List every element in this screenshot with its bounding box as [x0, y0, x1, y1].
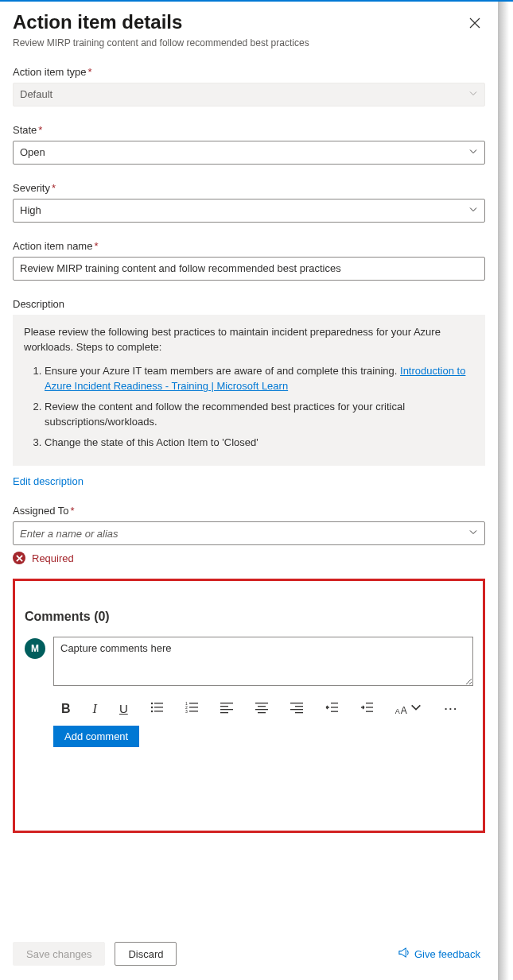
underline-button[interactable]: U	[118, 700, 130, 717]
outdent-icon	[325, 701, 338, 716]
svg-rect-26	[331, 711, 338, 712]
close-button[interactable]	[464, 13, 485, 36]
chevron-down-icon	[468, 528, 478, 540]
give-feedback-label: Give feedback	[414, 948, 480, 960]
panel-title: Action item details	[13, 11, 464, 34]
input-action-item-name[interactable]: Review MIRP training content and follow …	[13, 257, 485, 281]
description-step-2: Review the content and follow the recomm…	[45, 399, 474, 430]
discard-button[interactable]: Discard	[115, 942, 177, 966]
input-action-item-name-value: Review MIRP training content and follow …	[20, 262, 341, 274]
svg-rect-7	[189, 703, 198, 703]
align-right-icon	[290, 701, 303, 716]
chevron-down-icon	[468, 88, 478, 100]
error-assigned-to: Required	[13, 552, 485, 564]
align-right-button[interactable]	[289, 699, 305, 718]
panel-footer: Save changes Discard Give feedback	[13, 942, 485, 966]
required-marker: *	[52, 182, 56, 194]
align-center-button[interactable]	[254, 699, 270, 718]
label-action-item-name: Action item name*	[13, 240, 485, 252]
svg-rect-28	[366, 707, 373, 708]
indent-icon	[360, 701, 373, 716]
description-intro: Please review the following best practic…	[24, 324, 474, 355]
description-step-3: Change the state of this Action Item to …	[45, 435, 474, 451]
avatar: M	[25, 638, 45, 659]
svg-rect-24	[331, 703, 338, 703]
svg-point-2	[151, 707, 153, 708]
add-comment-button[interactable]: Add comment	[53, 726, 139, 747]
underline-icon: U	[119, 702, 128, 715]
input-assigned-to[interactable]: Enter a name or alias	[13, 521, 485, 545]
svg-rect-25	[331, 707, 338, 708]
label-assigned-to: Assigned To*	[13, 505, 485, 517]
svg-rect-23	[295, 712, 303, 713]
svg-rect-15	[220, 712, 228, 713]
svg-rect-12	[220, 703, 233, 703]
comment-input[interactable]	[53, 637, 473, 686]
italic-button[interactable]: I	[91, 700, 99, 718]
field-state: State* Open	[13, 124, 485, 165]
svg-rect-27	[366, 703, 373, 703]
select-action-item-type: Default	[13, 83, 485, 107]
svg-rect-19	[258, 712, 266, 713]
select-severity[interactable]: High	[13, 199, 485, 223]
label-description: Description	[13, 298, 485, 310]
field-severity: Severity* High	[13, 182, 485, 223]
more-icon: ···	[445, 703, 458, 715]
more-options-button[interactable]: ···	[443, 701, 460, 716]
comments-section: Comments (0) M B I U 123	[13, 579, 485, 833]
description-content: Please review the following best practic…	[13, 315, 485, 467]
description-step-1: Ensure your Azure IT team members are aw…	[45, 363, 474, 394]
italic-icon: I	[93, 702, 97, 716]
svg-rect-13	[220, 706, 228, 707]
label-severity: Severity*	[13, 182, 485, 194]
svg-rect-18	[255, 709, 268, 710]
field-description: Description Please review the following …	[13, 298, 485, 488]
bold-button[interactable]: B	[60, 700, 72, 718]
panel-header: Action item details Review MIRP training…	[13, 2, 485, 48]
close-icon	[469, 19, 480, 31]
numbered-list-icon: 123	[185, 701, 198, 716]
svg-point-0	[151, 703, 153, 704]
svg-rect-17	[258, 706, 266, 707]
svg-rect-5	[154, 711, 163, 711]
select-state-value: Open	[20, 146, 45, 158]
select-action-item-type-value: Default	[20, 88, 52, 100]
give-feedback-button[interactable]: Give feedback	[393, 946, 485, 962]
svg-rect-22	[290, 709, 303, 710]
select-severity-value: High	[20, 204, 41, 216]
required-marker: *	[38, 124, 42, 136]
numbered-list-button[interactable]: 123	[184, 699, 200, 718]
select-state[interactable]: Open	[13, 141, 485, 165]
font-size-icon: AA	[395, 701, 422, 716]
chevron-down-icon	[468, 146, 478, 158]
label-state: State*	[13, 124, 485, 136]
save-changes-button: Save changes	[13, 942, 105, 966]
svg-text:3: 3	[185, 709, 188, 714]
svg-rect-1	[154, 703, 163, 703]
align-left-button[interactable]	[219, 699, 235, 718]
field-action-item-name: Action item name* Review MIRP training c…	[13, 240, 485, 281]
indent-button[interactable]	[359, 699, 375, 718]
bold-icon: B	[61, 702, 71, 716]
chevron-down-icon	[468, 204, 478, 216]
svg-point-4	[151, 711, 153, 712]
edit-description-button[interactable]: Edit description	[13, 475, 84, 487]
svg-rect-11	[189, 711, 198, 711]
align-left-icon	[220, 701, 233, 716]
required-marker: *	[71, 505, 75, 517]
megaphone-icon	[398, 947, 410, 961]
align-center-icon	[255, 701, 268, 716]
svg-rect-16	[255, 703, 268, 703]
rich-text-toolbar: B I U 123	[60, 699, 473, 718]
bullet-list-icon	[150, 701, 163, 716]
svg-rect-29	[366, 711, 373, 712]
svg-rect-14	[220, 709, 233, 710]
comments-heading: Comments (0)	[25, 610, 473, 624]
svg-rect-20	[290, 703, 303, 703]
error-text: Required	[32, 552, 74, 564]
required-marker: *	[88, 66, 92, 78]
bullet-list-button[interactable]	[149, 699, 165, 718]
font-size-button[interactable]: AA	[394, 699, 424, 718]
field-action-item-type: Action item type* Default	[13, 66, 485, 107]
outdent-button[interactable]	[324, 699, 340, 718]
